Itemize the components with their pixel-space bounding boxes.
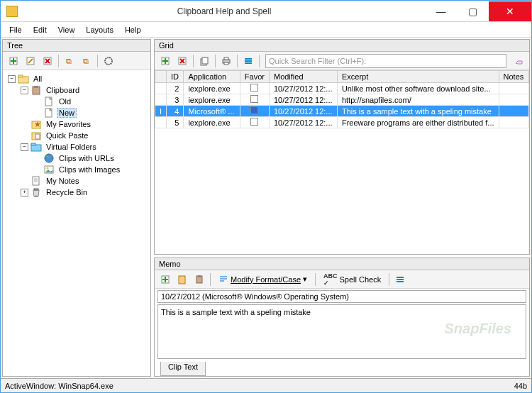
- svg-rect-26: [33, 177, 39, 185]
- expand-button[interactable]: ⧉: [62, 53, 77, 69]
- edit-clip-button[interactable]: [23, 53, 38, 69]
- memo-text-area[interactable]: This is a sample text with a speling mis…: [157, 304, 526, 359]
- svg-rect-41: [224, 62, 228, 65]
- titlebar: Clipboard Help and Spell — ▢ ✕: [1, 1, 531, 22]
- memo-config-button[interactable]: [392, 272, 408, 287]
- tree-body[interactable]: −All−ClipboardOldNew★My FavoritesQuick P…: [3, 70, 150, 376]
- table-row[interactable]: 2iexplore.exe10/27/2012 12:...Unlike mos…: [155, 83, 529, 94]
- menu-layouts[interactable]: Layouts: [80, 24, 119, 35]
- svg-rect-22: [31, 143, 35, 145]
- column-header[interactable]: [155, 71, 167, 83]
- maximize-button[interactable]: ▢: [457, 1, 489, 21]
- clip-text-tab[interactable]: Clip Text: [160, 362, 206, 376]
- grid-copy-button[interactable]: [196, 53, 212, 69]
- column-header[interactable]: Notes: [499, 71, 528, 83]
- menubar: FileEditViewLayoutsHelp: [1, 22, 531, 38]
- tree-node-my-notes[interactable]: My Notes: [6, 175, 148, 187]
- tree-label: All: [31, 74, 44, 83]
- tree-node-clipboard[interactable]: −Clipboard: [6, 84, 148, 96]
- grid-new-button[interactable]: [157, 53, 173, 69]
- svg-text:★: ★: [34, 120, 41, 128]
- clear-search-button[interactable]: [511, 53, 526, 69]
- column-header[interactable]: Application: [184, 71, 240, 83]
- grid-body[interactable]: IDApplicationFavorModifiedExcerptNotes2i…: [155, 70, 529, 254]
- svg-text:⧉: ⧉: [83, 57, 89, 65]
- favorite-checkbox[interactable]: [250, 95, 258, 103]
- tree-node-clips-with-images[interactable]: Clips with Images: [6, 164, 148, 175]
- tree-label: Clipboard: [44, 86, 82, 94]
- menu-help[interactable]: Help: [119, 24, 147, 35]
- memo-copy-button[interactable]: [174, 272, 190, 287]
- tree-label: Virtual Folders: [44, 143, 99, 151]
- memo-toolbar: Modify Format/Case ▾ ABC✓ Spell Check: [155, 270, 529, 289]
- trash-icon: [31, 187, 42, 197]
- table-row[interactable]: 3iexplore.exe10/27/2012 12:...http://sna…: [155, 94, 529, 106]
- collapse-button[interactable]: ⧉: [79, 53, 94, 69]
- svg-rect-38: [202, 57, 208, 64]
- doc-icon: [43, 108, 55, 118]
- image-icon: [43, 165, 55, 175]
- tree-toggle[interactable]: −: [21, 143, 28, 151]
- spell-check-button[interactable]: ABC✓ Spell Check: [318, 272, 386, 287]
- tree-node-quick-paste[interactable]: Quick Paste: [6, 130, 148, 141]
- grid-print-button[interactable]: [218, 53, 234, 69]
- menu-edit[interactable]: Edit: [28, 24, 52, 35]
- tree-label: New: [57, 108, 77, 118]
- delete-clip-button[interactable]: [40, 53, 55, 69]
- menu-view[interactable]: View: [52, 24, 81, 35]
- grid-panel: Grid Quick Search Filter (Ctrl+F): IDApp…: [154, 39, 530, 255]
- tree-panel: Tree ⧉ ⧉ −All−ClipboardOldNew★My Favorit…: [2, 39, 151, 377]
- column-header[interactable]: Excerpt: [337, 71, 499, 83]
- favorite-checkbox[interactable]: [250, 118, 258, 126]
- minimize-button[interactable]: —: [425, 1, 457, 21]
- format-icon: [218, 275, 228, 284]
- svg-rect-14: [34, 86, 38, 88]
- grid-toolbar: Quick Search Filter (Ctrl+F):: [155, 52, 529, 70]
- star-icon: ★: [31, 119, 42, 129]
- tree-node-virtual-folders[interactable]: −Virtual Folders: [6, 141, 148, 153]
- table-row[interactable]: I4Microsoft® ...10/27/2012 12:...This is…: [155, 106, 529, 117]
- tree-node-clips-with-urls[interactable]: Clips with URLs: [6, 153, 148, 164]
- svg-rect-30: [34, 189, 38, 190]
- svg-point-10: [105, 57, 112, 65]
- grid-config-button[interactable]: [240, 53, 256, 69]
- settings-button[interactable]: [101, 53, 116, 69]
- svg-rect-48: [179, 276, 185, 284]
- tree-node-recycle-bin[interactable]: +Recycle Bin: [6, 187, 148, 198]
- svg-point-25: [47, 167, 49, 170]
- row-cursor-icon: I: [160, 107, 162, 116]
- tree-label: Clips with Images: [57, 165, 122, 174]
- status-left: ActiveWindow: WinSnap64.exe: [5, 382, 113, 390]
- new-clip-button[interactable]: [6, 53, 21, 69]
- tree-label: Recycle Bin: [44, 188, 89, 196]
- memo-new-button[interactable]: [157, 272, 173, 287]
- tree-toggle[interactable]: +: [21, 189, 28, 196]
- tree-node-old[interactable]: Old: [6, 96, 148, 107]
- tree-label: My Favorites: [44, 120, 93, 128]
- spelling-error[interactable]: speling: [257, 308, 282, 316]
- memo-title-input[interactable]: 10/27/2012 (Microsoft® Windows® Operatin…: [157, 290, 526, 303]
- table-row[interactable]: 5iexplore.exe10/27/2012 12:...Freeware p…: [155, 117, 529, 128]
- grid-delete-button[interactable]: [174, 53, 190, 69]
- menu-file[interactable]: File: [4, 24, 28, 35]
- memo-paste-button[interactable]: [192, 272, 207, 287]
- watermark: SnapFiles: [445, 321, 511, 337]
- tree-toggle[interactable]: −: [21, 87, 28, 94]
- folder-icon: [18, 74, 29, 84]
- app-icon: [6, 6, 18, 17]
- tree-toggle[interactable]: −: [8, 75, 16, 83]
- tree-node-all[interactable]: −All: [6, 73, 148, 84]
- favorite-checkbox[interactable]: [250, 106, 258, 114]
- modify-format-button[interactable]: Modify Format/Case ▾: [214, 272, 312, 287]
- tree-label: Clips with URLs: [57, 154, 116, 162]
- close-button[interactable]: ✕: [489, 1, 531, 21]
- column-header[interactable]: Favor: [240, 71, 269, 83]
- column-header[interactable]: ID: [167, 71, 184, 83]
- column-header[interactable]: Modified: [269, 71, 337, 83]
- tree-node-new[interactable]: New: [6, 107, 148, 118]
- tree-node-my-favorites[interactable]: ★My Favorites: [6, 118, 148, 130]
- search-input[interactable]: Quick Search Filter (Ctrl+F):: [265, 54, 506, 68]
- spell-icon: ABC✓: [323, 272, 338, 287]
- favorite-checkbox[interactable]: [250, 84, 258, 92]
- tree-toolbar: ⧉ ⧉: [3, 52, 150, 70]
